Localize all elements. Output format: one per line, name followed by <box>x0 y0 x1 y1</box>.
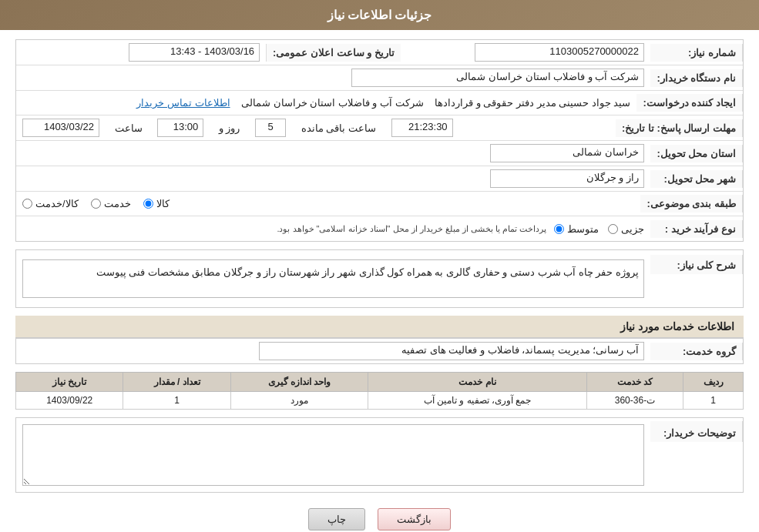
city-label: شهر محل تحویل: <box>650 170 743 188</box>
row-province: استان محل تحویل: خراسان شمالی <box>16 141 743 166</box>
service-group-section: گروه خدمت: آب رسانی؛ مدیریت پسماند، فاضل… <box>15 338 744 364</box>
province-input: خراسان شمالی <box>490 144 644 162</box>
buyer-org-input: شرکت آب و فاضلاب استان خراسان شمالی <box>351 69 644 87</box>
category-value: کالا/خدمت خدمت کالا <box>16 195 640 212</box>
buyer-notes-section: توضیحات خریدار: <box>15 417 744 493</box>
buyer-notes-value <box>16 421 650 489</box>
need-description-section: شرح کلی نیاز: پروژه حفر چاه آب شرب دستی … <box>15 249 744 308</box>
service-group-label: گروه خدمت: <box>650 343 743 360</box>
deadline-time-input: 13:00 <box>157 119 203 137</box>
row-category: طبقه بندی موضوعی: کالا/خدمت خدمت کالا <box>16 192 743 216</box>
services-table-section: ردیف کد خدمت نام خدمت واحد اندازه گیری ت… <box>15 372 744 410</box>
category-option-kala[interactable]: کالا <box>143 198 170 209</box>
row-buyer-notes: توضیحات خریدار: <box>16 418 743 492</box>
service-group-input: آب رسانی؛ مدیریت پسماند، فاضلاب و فعالیت… <box>259 342 644 360</box>
col-header-row: ردیف <box>683 373 744 392</box>
date-value: 1403/03/16 - 13:43 <box>16 40 266 65</box>
process-option-jozi[interactable]: جزیی <box>608 223 644 235</box>
buyer-notes-label: توضیحات خریدار: <box>650 421 743 442</box>
col-header-date: تاریخ نیاز <box>16 373 123 392</box>
date-label: تاریخ و ساعت اعلان عمومی: <box>266 44 401 62</box>
content-area: شماره نیاز: 1103005270000022 تاریخ و ساع… <box>0 30 759 532</box>
need-number-input: 1103005270000022 <box>475 43 644 62</box>
date-input: 1403/03/16 - 13:43 <box>129 43 260 62</box>
row-creator: ایجاد کننده درخواست: سید جواد حسینی مدیر… <box>16 91 743 115</box>
services-table: ردیف کد خدمت نام خدمت واحد اندازه گیری ت… <box>15 372 744 410</box>
deadline-label: مهلت ارسال پاسخ: تا تاریخ: <box>616 119 743 137</box>
city-value: راز و جرگلان <box>16 166 650 191</box>
need-description-label: شرح کلی نیاز: <box>650 255 743 274</box>
row-process: نوع فرآیند خرید : متوسط جزیی <box>16 216 743 241</box>
need-description-text: پروژه حفر چاه آب شرب دستی و حفاری گالری … <box>22 259 644 298</box>
row-deadline: مهلت ارسال پاسخ: تا تاریخ: 1403/03/22 سا… <box>16 115 743 141</box>
services-section-title: اطلاعات خدمات مورد نیاز <box>15 316 744 338</box>
creator-label: ایجاد کننده درخواست: <box>636 94 743 112</box>
category-option-kala-khedmat[interactable]: کالا/خدمت <box>22 198 79 209</box>
process-value: متوسط جزیی پرداخت تمام یا بخشی از مبلغ خ… <box>16 220 650 238</box>
province-label: استان محل تحویل: <box>650 145 743 162</box>
table-cell-code: ت-36-360 <box>586 392 683 410</box>
table-cell-date: 1403/09/22 <box>16 392 123 410</box>
table-cell-row: 1 <box>683 392 744 410</box>
buyer-org-label: نام دستگاه خریدار: <box>650 69 743 87</box>
process-note: پرداخت تمام یا بخشی از مبلغ خریدار از مح… <box>277 224 546 234</box>
page-title: جزئیات اطلاعات نیاز <box>327 8 432 22</box>
table-cell-unit: مورد <box>230 392 368 410</box>
category-radio-group: کالا/خدمت خدمت کالا <box>22 198 634 209</box>
print-button[interactable]: چاپ <box>308 508 365 530</box>
deadline-remaining-input: 21:23:30 <box>391 119 453 137</box>
category-label: طبقه بندی موضوعی: <box>640 195 743 212</box>
service-group-value: آب رسانی؛ مدیریت پسماند، فاضلاب و فعالیت… <box>16 339 650 363</box>
buyer-org-value: شرکت آب و فاضلاب استان خراسان شمالی <box>16 65 650 90</box>
creator-value: سید جواد حسینی مدیر دفتر حقوقی و قرارداد… <box>16 94 636 112</box>
col-header-code: کد خدمت <box>586 373 683 392</box>
contact-link[interactable]: اطلاعات تماس خریدار <box>136 97 230 109</box>
table-row: 1ت-36-360جمع آوری، تصفیه و تامین آبمورد1… <box>16 392 744 410</box>
row-need-number: شماره نیاز: 1103005270000022 تاریخ و ساع… <box>16 40 743 65</box>
page-header: جزئیات اطلاعات نیاز <box>0 0 759 30</box>
deadline-day-label: روز و <box>219 122 240 134</box>
row-buyer-org: نام دستگاه خریدار: شرکت آب و فاضلاب استا… <box>16 65 743 91</box>
table-cell-name: جمع آوری، تصفیه و تامین آب <box>368 392 586 410</box>
page-wrapper: جزئیات اطلاعات نیاز شماره نیاز: 11030052… <box>0 0 759 532</box>
col-header-name: نام خدمت <box>368 373 586 392</box>
category-option-khedmat[interactable]: خدمت <box>91 198 131 209</box>
row-city: شهر محل تحویل: راز و جرگلان <box>16 166 743 192</box>
need-number-label: شماره نیاز: <box>650 44 743 62</box>
table-cell-quantity: 1 <box>123 392 230 410</box>
process-radio-group: متوسط جزیی <box>554 223 644 235</box>
deadline-value: 1403/03/22 ساعت 13:00 روز و 5 <box>16 115 616 140</box>
deadline-date-input: 1403/03/22 <box>22 119 99 137</box>
deadline-remaining-label: ساعت باقی مانده <box>301 122 376 134</box>
buyer-notes-textarea[interactable] <box>22 424 644 486</box>
process-label: نوع فرآیند خرید : <box>650 220 743 238</box>
col-header-qty: تعداد / مقدار <box>123 373 230 392</box>
back-button[interactable]: بازگشت <box>378 508 451 530</box>
buttons-row: بازگشت چاپ <box>15 500 744 532</box>
table-header-row: ردیف کد خدمت نام خدمت واحد اندازه گیری ت… <box>16 373 744 392</box>
row-need-description: شرح کلی نیاز: پروژه حفر چاه آب شرب دستی … <box>16 250 743 307</box>
city-input: راز و جرگلان <box>490 169 644 188</box>
deadline-days-input: 5 <box>255 119 286 137</box>
row-service-group: گروه خدمت: آب رسانی؛ مدیریت پسماند، فاضل… <box>16 339 743 363</box>
col-header-unit: واحد اندازه گیری <box>230 373 368 392</box>
deadline-time-label: ساعت <box>115 122 143 134</box>
main-form-section: شماره نیاز: 1103005270000022 تاریخ و ساع… <box>15 39 744 242</box>
need-description-value: پروژه حفر چاه آب شرب دستی و حفاری گالری … <box>16 255 650 303</box>
province-value: خراسان شمالی <box>16 141 650 166</box>
process-option-motavasset[interactable]: متوسط <box>554 223 599 235</box>
need-number-value: 1103005270000022 <box>401 40 650 65</box>
